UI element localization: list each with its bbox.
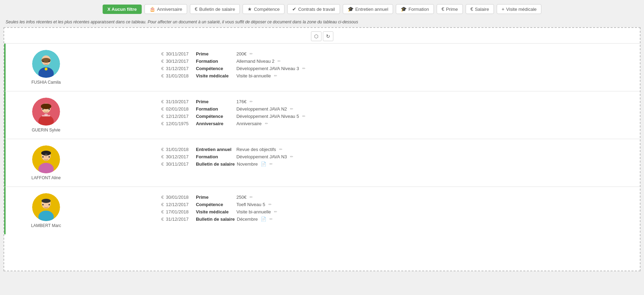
filter-btn-salaire[interactable]: €Salaire [466,4,494,14]
event-type: Anniversaire [196,121,234,126]
filter-bar: X Aucun filtre🎂Anniversaire€Bulletin de … [0,0,644,18]
event-date: 17/01/2018 [166,209,194,214]
edit-icon[interactable]: ✏ [265,121,268,126]
event-type: Prime [196,51,234,56]
edit-icon[interactable]: ✏ [274,74,277,78]
filter-btn-bulletin-salaire[interactable]: €Bulletin de salaire [190,4,240,14]
event-type: Prime [196,99,234,104]
event-line: €31/01/2018Entretien annuelRevue des obj… [161,147,633,152]
event-date: 30/12/2017 [166,154,194,159]
event-detail: Toefl Niveau 5 [236,202,265,207]
employee-name-laffont-aline: LAFFONT Aline [31,175,61,180]
event-detail: Revue des objectifs [236,147,276,152]
event-date: 31/01/2018 [166,147,194,152]
event-date: 31/12/2017 [166,217,194,222]
event-line: €30/11/2017Prime200€✏ [161,51,633,56]
event-type: Compétence [196,114,234,119]
svg-rect-15 [44,114,48,116]
main-area: ⬡ ↻ FUSHIA Camila€30/11/2017Prime200€✏€3… [3,27,641,271]
pdf-icon[interactable]: 📄 [261,217,266,222]
employee-avatar-col-guerin-sylvie: GUERIN Sylvie [11,98,74,133]
event-type: Visite médicale [196,209,234,214]
filter-label-no-filter: X Aucun filtre [108,7,137,12]
event-detail: Décembre [237,217,258,222]
filter-btn-entretien-annuel[interactable]: 🎓Entretien annuel [343,4,393,14]
filter-btn-visite-medicale[interactable]: +Visite médicale [497,4,541,14]
event-date: 30/11/2017 [166,51,194,56]
svg-point-5 [49,61,50,62]
svg-point-21 [49,156,50,158]
edit-icon[interactable]: ✏ [269,162,273,166]
filter-btn-formation[interactable]: 🎓Formation [396,4,434,14]
event-date: 30/12/2017 [166,59,194,64]
event-date: 12/12/2017 [166,114,194,119]
event-line: €02/01/2018FormationDéveloppement JAVA N… [161,106,633,112]
event-line: €31/10/2017Prime176€✏ [161,99,633,104]
filter-btn-contrats-travail[interactable]: ✔Contrats de travail [287,4,340,14]
euro-icon: € [161,202,164,207]
euro-icon: € [161,195,164,200]
employee-row: LAMBERT Marc€30/01/2018Prime250€✏€12/12/… [4,187,640,234]
event-line: €30/11/2017Bulletin de salaireNovembre📄✏ [161,161,633,167]
prime-icon: € [442,6,444,12]
filter-btn-prime[interactable]: €Prime [437,4,463,14]
event-detail: 176€ [236,99,246,104]
edit-icon[interactable]: ✏ [279,147,282,152]
filter-label-salaire: Salaire [475,7,489,12]
employee-name-fushia-camila: FUSHIA Camila [31,80,61,85]
event-date: 30/11/2017 [166,161,194,167]
euro-icon: € [161,121,164,126]
event-line: €12/01/1975AnniversaireAnniversaire✏ [161,121,633,126]
event-detail: Visite bi-annuelle [236,209,271,214]
euro-icon: € [161,106,164,112]
euro-icon: € [161,59,164,64]
edit-icon[interactable]: ✏ [290,154,293,159]
filter-label-entretien-annuel: Entretien annuel [355,7,388,12]
filter-label-formation: Formation [408,7,429,12]
visite-medicale-icon: + [502,6,504,12]
info-text: Seules les infos récentes et les plus ré… [0,18,644,27]
formation-icon: 🎓 [401,6,407,12]
svg-rect-23 [45,154,47,155]
event-detail: Développement JAVA N3 [236,154,287,159]
edit-icon[interactable]: ✏ [269,217,273,221]
edit-icon[interactable]: ✏ [250,195,253,199]
event-detail: 250€ [236,195,246,200]
filter-btn-no-filter[interactable]: X Aucun filtre [103,5,142,14]
filter-btn-anniversaire[interactable]: 🎂Anniversaire [145,4,187,14]
avatar-lambert-marc [32,193,60,221]
event-type: Formation [196,154,234,159]
event-line: €30/12/2017FormationAllemand Niveau 2✏ [161,59,633,64]
svg-point-22 [46,156,47,157]
event-type: Compétence [196,202,234,207]
filter-label-prime: Prime [446,7,458,12]
filter-label-contrats-travail: Contrats de travail [298,7,335,12]
edit-icon[interactable]: ✏ [302,66,305,71]
pdf-icon[interactable]: 📄 [261,161,266,167]
edit-icon[interactable]: ✏ [302,114,305,119]
event-line: €12/12/2017CompétenceToefl Niveau 5✏ [161,202,633,207]
filter-label-visite-medicale: Visite médicale [506,7,536,12]
filter-btn-competence[interactable]: ★Compétence [243,4,284,14]
event-type: Formation [196,106,234,112]
edit-icon[interactable]: ✏ [290,107,293,111]
edit-icon[interactable]: ✏ [277,59,281,63]
event-detail: Développement JAVA N2 [236,106,287,112]
employee-list: FUSHIA Camila€30/11/2017Prime200€✏€30/12… [4,43,640,234]
event-detail: Novembre [237,161,258,167]
event-line: €17/01/2018Visite médicaleVisite bi-annu… [161,209,633,214]
event-line: €31/12/2017CompétenceDéveloppement JAVA … [161,66,633,71]
refresh-button[interactable]: ↻ [323,31,333,41]
filter-label-anniversaire: Anniversaire [157,7,182,12]
svg-point-28 [42,204,44,205]
edit-icon[interactable]: ✏ [268,202,272,207]
euro-icon: € [161,147,164,152]
filter-label-bulletin-salaire: Bulletin de salaire [199,7,235,12]
avatar-laffont-aline [32,145,60,173]
employee-row: GUERIN Sylvie€31/10/2017Prime176€✏€02/01… [4,91,640,139]
export-button[interactable]: ⬡ [311,31,321,41]
edit-icon[interactable]: ✏ [274,210,277,214]
edit-icon[interactable]: ✏ [250,52,253,56]
edit-icon[interactable]: ✏ [250,99,253,104]
employee-avatar-col-fushia-camila: FUSHIA Camila [11,50,74,85]
